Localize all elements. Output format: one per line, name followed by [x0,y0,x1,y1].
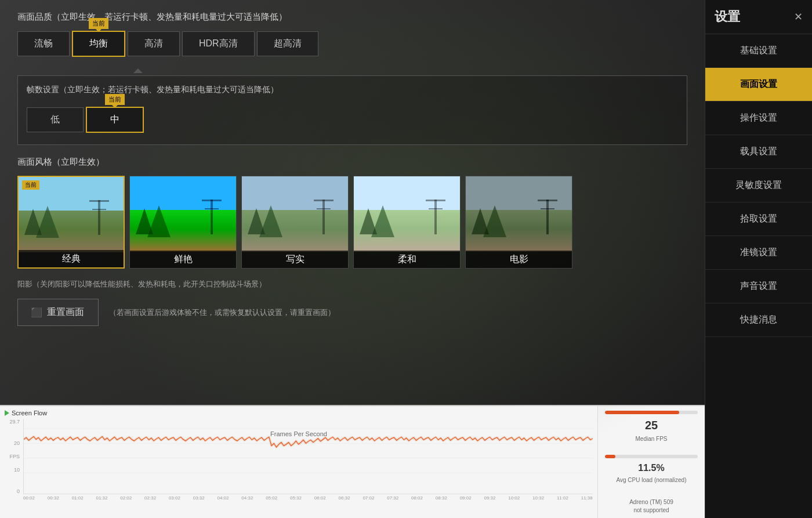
y-axis: 29.7 20 FPS 10 0 [5,419,22,494]
fps-btn-low[interactable]: 低 [27,107,84,132]
fps-box: 帧数设置（立即生效；若运行卡顿、发热量和耗电量过大可适当降低） 低 当前 中 [17,75,687,145]
quality-btn-hd[interactable]: 高清 [128,31,180,56]
sidebar-header: 设置 ✕ [705,0,812,34]
reset-btn-label: 重置画面 [47,306,84,318]
vivid-label: 鲜艳 [130,251,236,268]
reset-icon: ⬛ [31,307,42,318]
fps-current-tag: 当前 [105,94,125,105]
sidebar-item-sensitivity[interactable]: 灵敏度设置 [705,169,812,202]
soft-scene [354,176,460,252]
median-fps-value: 25 [605,419,698,432]
close-btn[interactable]: ✕ [794,10,803,23]
style-cards: 当前 经典 鲜艳 [17,176,687,269]
sidebar-item-basic[interactable]: 基础设置 [705,34,812,68]
fps-chart [23,419,593,494]
chart-area: Screen Flow 29.7 20 FPS 10 0 Frames Per … [0,406,597,518]
soft-label: 柔和 [354,251,460,268]
sidebar-item-scope[interactable]: 准镜设置 [705,236,812,270]
style-card-vivid[interactable]: 鲜艳 [129,176,237,269]
cpu-load-value: 11.5% [605,463,698,473]
cpu-bar-row [605,455,698,458]
sidebar-item-control[interactable]: 操作设置 [705,102,812,135]
fps-btn-row: 低 当前 中 [27,107,678,133]
quality-btn-row: 流畅 当前 均衡 高清 HDR高清 超高清 [17,31,687,57]
realistic-label: 写实 [242,251,348,268]
cinema-scene [466,176,572,252]
fps-bar [605,411,698,414]
quality-current-tag: 当前 [89,18,108,29]
quality-btn-smooth[interactable]: 流畅 [17,31,70,56]
settings-panel: 画面品质（立即生效，若运行卡顿、发热量和耗电量过大可适当降低） 流畅 当前 均衡… [0,0,705,405]
sidebar-item-vehicle[interactable]: 载具设置 [705,135,812,169]
cpu-bar [605,455,698,458]
sidebar-nav: 基础设置 画面设置 操作设置 载具设置 灵敏度设置 拾取设置 准镜设置 声音设置… [705,34,812,518]
screen-flow-label: Screen Flow [5,410,47,416]
chart-canvas-wrapper: 29.7 20 FPS 10 0 Frames Per Second [5,419,593,506]
sidebar-title: 设置 [715,8,740,26]
quality-btn-hdr[interactable]: HDR高清 [182,31,255,56]
chart-header: Screen Flow [5,410,593,416]
style-title: 画面风格（立即生效） [17,157,687,168]
classic-label: 经典 [19,250,124,267]
x-axis: 00:02 00:32 01:02 01:32 02:02 02:32 03:0… [23,495,593,506]
style-card-classic[interactable]: 当前 经典 [17,176,125,269]
sidebar-item-pickup[interactable]: 拾取设置 [705,202,812,236]
cpu-load-label: Avg CPU load (normalized) [605,477,698,483]
sidebar-item-sound[interactable]: 声音设置 [705,270,812,303]
style-card-cinema[interactable]: 电影 [465,176,572,269]
quality-title: 画面品质（立即生效，若运行卡顿、发热量和耗电量过大可适当降低） [17,12,687,23]
style-card-soft[interactable]: 柔和 [353,176,461,269]
stats-panel: 25 Median FPS 11.5% Avg CPU load (normal… [597,406,705,518]
card-current-tag: 当前 [22,180,39,190]
cpu-bar-fill [605,455,615,458]
fps-btn-medium[interactable]: 中 [86,107,144,133]
cinema-label: 电影 [466,251,572,268]
median-fps-label: Median FPS [605,436,698,442]
fps-bar-row [605,411,698,414]
reset-row: ⬛ 重置画面 （若画面设置后游戏体验不佳，或需恢复默认认设置，请重置画面） [17,299,687,326]
style-card-realistic[interactable]: 写实 [241,176,349,269]
style-section: 画面风格（立即生效） 当前 经典 [17,157,687,269]
reset-note: （若画面设置后游戏体验不佳，或需恢复默认认设置，请重置画面） [109,307,335,318]
fps-bar-fill [605,411,679,414]
realistic-scene [242,176,348,252]
quality-section: 画面品质（立即生效，若运行卡顿、发热量和耗电量过大可适当降低） 流畅 当前 均衡… [17,12,687,145]
sidebar: 设置 ✕ 基础设置 画面设置 操作设置 载具设置 灵敏度设置 拾取设置 准镜设置… [705,0,812,518]
vivid-scene [130,176,236,252]
quality-btn-ultra[interactable]: 超高清 [257,31,318,56]
shadow-warning: 阳影（关闭阳影可以降低性能损耗、发热和耗电，此开关口控制战斗场景） [17,279,687,289]
sidebar-item-quickmsg[interactable]: 快捷消息 [705,303,812,337]
play-icon [5,410,9,416]
sidebar-item-display[interactable]: 画面设置 [705,68,812,102]
main-area: 画面品质（立即生效，若运行卡顿、发热量和耗电量过大可适当降低） 流畅 当前 均衡… [0,0,705,518]
bottom-panel: Screen Flow 29.7 20 FPS 10 0 Frames Per … [0,405,705,518]
quality-btn-balanced[interactable]: 均衡 [72,31,125,57]
reset-btn[interactable]: ⬛ 重置画面 [17,299,99,326]
gpu-info: Adreno (TM) 509 not supported [605,498,698,515]
